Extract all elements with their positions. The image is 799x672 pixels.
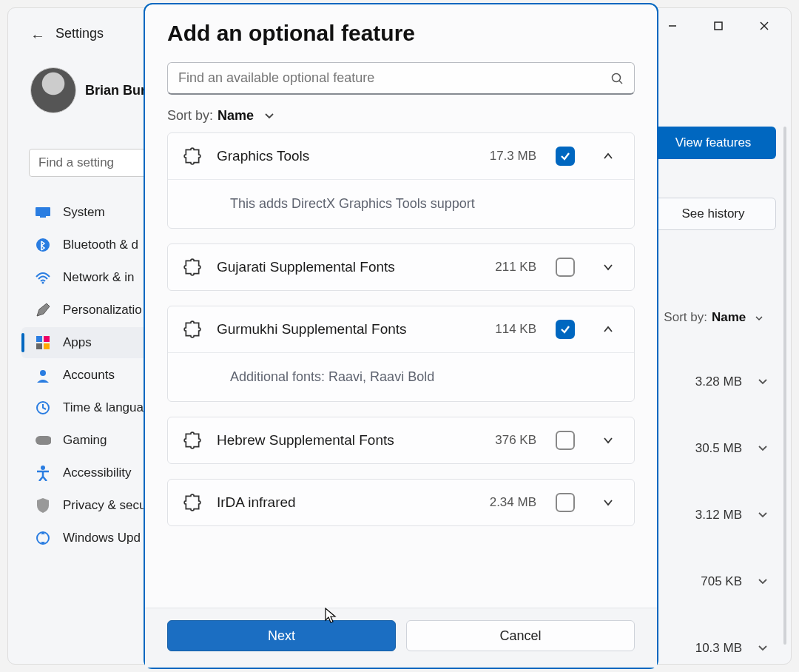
nav-icon <box>35 497 51 514</box>
feature-checkbox[interactable] <box>556 258 575 277</box>
nav-label: System <box>63 205 105 220</box>
user-name: Brian Bur <box>85 83 146 98</box>
nav-icon <box>35 465 51 481</box>
nav-label: Gaming <box>63 433 107 448</box>
puzzle-icon <box>183 258 202 277</box>
nav-icon <box>35 367 51 383</box>
nav-icon <box>35 269 51 286</box>
feature-row[interactable]: Hebrew Supplemental Fonts376 KB <box>168 417 634 463</box>
svg-rect-9 <box>44 336 50 342</box>
feature-name: Hebrew Supplemental Fonts <box>217 432 480 448</box>
bg-size: 10.3 MB <box>695 641 742 656</box>
minimize-button[interactable] <box>659 17 686 35</box>
puzzle-icon <box>183 320 202 339</box>
nav-icon <box>35 432 51 448</box>
feature-list: Graphics Tools17.3 MBThis adds DirectX G… <box>167 132 635 608</box>
search-placeholder: Find an available optional feature <box>178 70 374 86</box>
feature-description: This adds DirectX Graphics Tools support <box>168 179 634 228</box>
scrollbar[interactable] <box>783 127 786 645</box>
chevron-down-icon <box>757 443 769 454</box>
feature-row[interactable]: Gujarati Supplemental Fonts211 KB <box>168 244 634 290</box>
feature-checkbox[interactable] <box>556 493 575 512</box>
feature-name: IrDA infrared <box>217 494 475 511</box>
feature-name: Graphics Tools <box>217 148 475 164</box>
sort-label: Sort by: <box>664 310 707 324</box>
background-sort[interactable]: Sort by:Name <box>664 310 764 325</box>
feature-card: Gurmukhi Supplemental Fonts114 KBAdditio… <box>167 306 635 402</box>
feature-size: 2.34 MB <box>490 495 536 510</box>
feature-row[interactable]: IrDA infrared2.34 MB <box>168 480 634 525</box>
view-features-button[interactable]: View features <box>650 127 776 159</box>
svg-point-17 <box>613 74 621 82</box>
feature-card: IrDA infrared2.34 MB <box>167 479 635 526</box>
nav-label: Time & langua <box>63 400 144 415</box>
nav-icon <box>35 237 51 253</box>
see-history-button[interactable]: See history <box>650 198 776 230</box>
bg-feature-row[interactable]: 10.3 MB <box>650 615 769 665</box>
dialog-sort[interactable]: Sort by:Name <box>167 108 635 124</box>
dialog-footer: Next Cancel <box>145 608 657 668</box>
bg-feature-row[interactable]: 3.12 MB <box>650 482 769 548</box>
puzzle-icon <box>183 431 202 450</box>
feature-row[interactable]: Graphics Tools17.3 MB <box>168 133 634 179</box>
user-block[interactable]: Brian Bur <box>30 67 146 113</box>
svg-line-18 <box>619 81 622 84</box>
nav-label: Privacy & secu <box>63 498 146 513</box>
close-button[interactable] <box>751 17 778 35</box>
nav-label: Windows Upd <box>63 531 141 545</box>
maximize-button[interactable] <box>705 17 732 35</box>
window-controls <box>646 8 791 44</box>
nav-icon <box>35 335 51 351</box>
nav-label: Accessibility <box>63 466 132 480</box>
feature-card: Graphics Tools17.3 MBThis adds DirectX G… <box>167 132 635 229</box>
nav-icon <box>35 400 51 416</box>
chevron-down-icon <box>757 376 769 388</box>
nav-label: Accounts <box>63 368 115 383</box>
chevron-up-icon[interactable] <box>597 149 619 163</box>
chevron-down-icon[interactable] <box>597 434 619 447</box>
svg-rect-11 <box>44 343 50 349</box>
feature-row[interactable]: Gurmukhi Supplemental Fonts114 KB <box>168 306 634 352</box>
sort-value: Name <box>218 108 254 123</box>
dialog-title: Add an optional feature <box>145 21 657 46</box>
feature-size: 17.3 MB <box>490 149 536 164</box>
nav-icon <box>35 530 51 546</box>
page-title: Settings <box>55 26 104 41</box>
feature-checkbox[interactable] <box>556 320 575 339</box>
right-panel: View features See history <box>650 127 776 230</box>
svg-point-7 <box>42 282 44 284</box>
cancel-button[interactable]: Cancel <box>406 620 635 651</box>
feature-name: Gurmukhi Supplemental Fonts <box>217 321 480 337</box>
chevron-down-icon <box>757 576 769 588</box>
svg-rect-4 <box>36 207 50 216</box>
bg-size: 3.28 MB <box>695 374 742 389</box>
feature-size: 211 KB <box>495 260 536 275</box>
nav-label: Bluetooth & d <box>63 238 138 252</box>
nav-icon <box>35 302 51 318</box>
chevron-down-icon[interactable] <box>597 496 619 509</box>
add-feature-dialog: Add an optional feature Find an availabl… <box>144 3 658 669</box>
svg-rect-1 <box>715 22 722 30</box>
chevron-up-icon[interactable] <box>597 323 619 336</box>
svg-rect-10 <box>36 343 42 349</box>
search-input[interactable]: Find an available optional feature <box>167 62 635 95</box>
feature-card: Hebrew Supplemental Fonts376 KB <box>167 417 635 464</box>
sort-value: Name <box>712 310 746 324</box>
next-button[interactable]: Next <box>167 620 396 651</box>
background-list: 3.28 MB30.5 MB3.12 MB705 KB10.3 MB <box>650 349 769 665</box>
sort-label: Sort by: <box>167 108 213 123</box>
back-button[interactable]: ← <box>30 27 45 44</box>
bg-feature-row[interactable]: 705 KB <box>650 548 769 615</box>
feature-size: 376 KB <box>495 433 536 448</box>
bg-feature-row[interactable]: 30.5 MB <box>650 415 769 482</box>
svg-point-15 <box>41 466 45 470</box>
nav-label: Personalizatio <box>63 303 142 317</box>
svg-rect-14 <box>36 436 51 445</box>
feature-card: Gujarati Supplemental Fonts211 KB <box>167 243 635 291</box>
svg-rect-5 <box>40 216 46 218</box>
chevron-down-icon[interactable] <box>597 261 619 274</box>
feature-checkbox[interactable] <box>556 147 575 166</box>
search-icon <box>610 72 624 85</box>
bg-feature-row[interactable]: 3.28 MB <box>650 349 769 415</box>
feature-checkbox[interactable] <box>556 431 575 450</box>
